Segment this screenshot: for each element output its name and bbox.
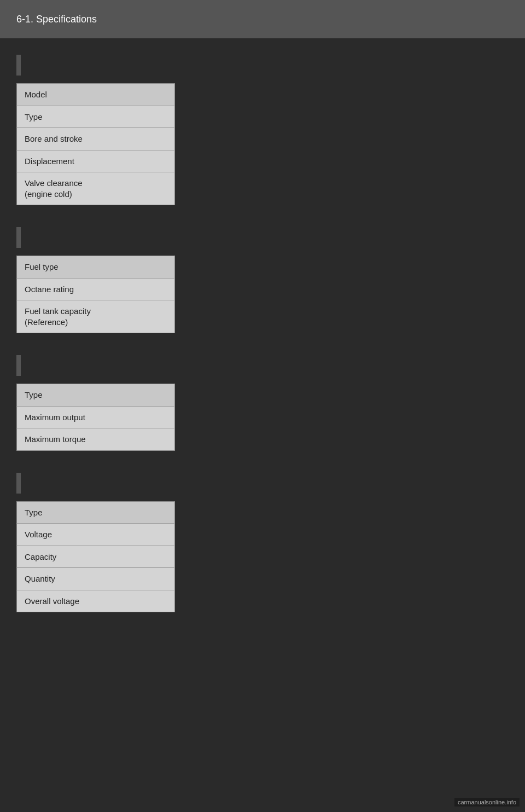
- table-cell-label: Maximum output: [17, 406, 175, 428]
- header-title: 6-1. Specifications: [16, 14, 97, 25]
- table-row: Displacement: [17, 150, 175, 172]
- table-row: Bore and stroke: [17, 128, 175, 150]
- section-bar-fuel: [16, 227, 21, 248]
- table-row: Maximum torque: [17, 428, 175, 451]
- section-bar-engine: [16, 55, 21, 76]
- table-cell-label: Overall voltage: [17, 590, 175, 612]
- table-row: Type: [17, 384, 175, 407]
- section-header-fuel: [16, 227, 509, 248]
- section-header-motor: [16, 355, 509, 376]
- section-bar-motor: [16, 355, 21, 376]
- table-cell-label: Type: [17, 384, 175, 407]
- header: 6-1. Specifications: [0, 0, 525, 38]
- section-header-engine: [16, 55, 509, 76]
- table-cell-label: Bore and stroke: [17, 128, 175, 150]
- spec-table-fuel: Fuel typeOctane ratingFuel tank capacity…: [16, 256, 175, 333]
- spec-table-engine: ModelTypeBore and strokeDisplacementValv…: [16, 83, 175, 205]
- table-cell-label: Type: [17, 501, 175, 524]
- table-cell-label: Model: [17, 84, 175, 106]
- table-row: Quantity: [17, 568, 175, 590]
- table-row: Fuel tank capacity (Reference): [17, 300, 175, 333]
- section-battery: TypeVoltageCapacityQuantityOverall volta…: [16, 473, 509, 613]
- section-motor: TypeMaximum outputMaximum torque: [16, 355, 509, 451]
- table-cell-label: Type: [17, 106, 175, 128]
- main-content: ModelTypeBore and strokeDisplacementValv…: [0, 38, 525, 651]
- table-cell-label: Quantity: [17, 568, 175, 590]
- table-cell-label: Displacement: [17, 150, 175, 172]
- table-row: Model: [17, 84, 175, 106]
- table-cell-label: Fuel tank capacity (Reference): [17, 300, 175, 333]
- spec-table-motor: TypeMaximum outputMaximum torque: [16, 384, 175, 451]
- section-header-battery: [16, 473, 509, 494]
- table-cell-label: Octane rating: [17, 278, 175, 300]
- table-row: Octane rating: [17, 278, 175, 300]
- section-bar-battery: [16, 473, 21, 494]
- table-row: Overall voltage: [17, 590, 175, 612]
- table-cell-label: Valve clearance (engine cold): [17, 172, 175, 205]
- table-cell-label: Fuel type: [17, 256, 175, 279]
- section-fuel: Fuel typeOctane ratingFuel tank capacity…: [16, 227, 509, 333]
- spec-table-battery: TypeVoltageCapacityQuantityOverall volta…: [16, 501, 175, 613]
- table-cell-label: Capacity: [17, 546, 175, 568]
- table-row: Type: [17, 106, 175, 128]
- table-row: Fuel type: [17, 256, 175, 279]
- table-row: Capacity: [17, 546, 175, 568]
- table-row: Maximum output: [17, 406, 175, 428]
- table-row: Valve clearance (engine cold): [17, 172, 175, 205]
- table-row: Type: [17, 501, 175, 524]
- table-cell-label: Voltage: [17, 524, 175, 546]
- table-cell-label: Maximum torque: [17, 428, 175, 451]
- table-row: Voltage: [17, 524, 175, 546]
- watermark: carmanualsonline.info: [454, 798, 520, 807]
- section-engine: ModelTypeBore and strokeDisplacementValv…: [16, 55, 509, 205]
